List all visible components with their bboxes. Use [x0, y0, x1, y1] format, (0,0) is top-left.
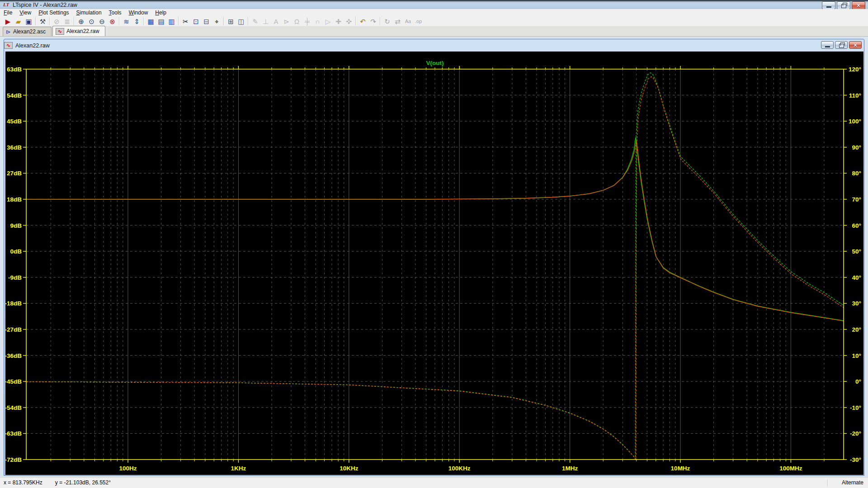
waveform-plot-panel[interactable]: 63dB120°54dB110°45dB100°36dB90°27dB80°18…: [5, 52, 863, 475]
y-left-tick-label: 36dB: [7, 144, 22, 151]
x-tick-label: 100Hz: [119, 465, 137, 472]
redo-icon: ↷: [368, 17, 378, 26]
window-top-edge: [0, 0, 868, 1]
x-tick-label: 10KHz: [340, 465, 359, 472]
ltspice-window: LT LTspice IV - Alexan22.raw × FileViewP…: [0, 0, 868, 488]
y-right-tick-label: -30°: [850, 456, 861, 463]
menu-window[interactable]: Window: [125, 9, 152, 16]
open-file-icon[interactable]: ▰: [13, 17, 24, 26]
waveform-window-title: Alexan22.raw: [15, 42, 50, 49]
tab-bar: ⊳Alexan22.asc∿Alexan22.raw: [0, 27, 868, 37]
waveform-window-controls: ×: [821, 41, 862, 49]
toolbar-separator: [35, 17, 36, 25]
zoom-out-icon[interactable]: ⊖: [97, 17, 107, 26]
rotate-icon: ↻: [382, 17, 392, 26]
toolbar-separator: [223, 17, 224, 25]
menu-file[interactable]: File: [0, 9, 16, 16]
run-simulation-icon[interactable]: ▶: [3, 17, 13, 26]
y-left-tick-label: -54dB: [5, 404, 22, 411]
copy-icon[interactable]: ⊡: [191, 17, 201, 26]
cascade-windows-icon[interactable]: ▦: [146, 17, 156, 26]
y-right-tick-label: 50°: [852, 248, 861, 255]
minimize-icon: [826, 6, 831, 8]
drag-icon: ✜: [344, 17, 354, 26]
cursor-x-readout: x = 813.795KHz: [4, 479, 42, 486]
y-right-tick-label: 110°: [849, 92, 861, 99]
y-right-tick-label: 40°: [852, 274, 861, 281]
minimize-button[interactable]: [821, 41, 834, 49]
y-left-tick-label: -9dB: [8, 274, 22, 281]
y-left-tick-label: 0dB: [10, 248, 22, 255]
y-right-tick-label: 20°: [852, 326, 861, 333]
waveform-window-titlebar[interactable]: ∿ Alexan22.raw ×: [4, 39, 864, 52]
tile-horizontally-icon[interactable]: ▤: [156, 17, 166, 26]
tab-label: Alexan22.raw: [66, 28, 99, 34]
waveform-window: ∿ Alexan22.raw × 63dB120°54dB110°45dB100…: [4, 39, 864, 476]
menu-view[interactable]: View: [16, 9, 35, 16]
component-icon: ⊳: [281, 17, 292, 26]
zoom-full-extents-icon[interactable]: ⊙: [86, 17, 97, 26]
x-tick-label: 100MHz: [779, 465, 802, 472]
y-left-tick-label: 45dB: [7, 118, 22, 125]
fft-icon: ≣: [62, 17, 72, 26]
menu-simulation[interactable]: Simulation: [73, 9, 105, 16]
y-right-tick-label: -20°: [850, 430, 861, 437]
tile-vertically-icon[interactable]: ▥: [166, 17, 177, 26]
y-right-tick-label: 10°: [852, 352, 861, 359]
control-panel-icon[interactable]: ⚒: [38, 17, 48, 26]
paste-icon[interactable]: ⊟: [201, 17, 212, 26]
toolbar-separator: [119, 17, 120, 25]
label-net-icon: A: [271, 17, 281, 26]
menu-help[interactable]: Help: [151, 9, 170, 16]
y-right-tick-label: 100°: [849, 118, 861, 125]
x-tick-label: 1KHz: [231, 465, 246, 472]
status-separator: [827, 479, 828, 487]
waveform-icon: ∿: [56, 28, 64, 35]
menu-bar: FileViewPlot SettingsSimulationToolsWind…: [0, 9, 868, 16]
save-file-icon[interactable]: ▣: [24, 17, 34, 26]
bode-plot[interactable]: 63dB120°54dB110°45dB100°36dB90°27dB80°18…: [5, 52, 863, 475]
y-left-tick-label: 9dB: [10, 222, 22, 229]
cursor-y-readout: y = -21.103dB, 26.552°: [55, 479, 111, 486]
zoom-fit-icon[interactable]: ⊗: [107, 17, 118, 26]
restore-button[interactable]: [835, 41, 848, 49]
ground-icon: ⊥: [260, 17, 271, 26]
zoom-in-icon[interactable]: ⊕: [76, 17, 86, 26]
y-left-tick-label: 18dB: [7, 196, 22, 203]
print-icon[interactable]: ⊞: [226, 17, 236, 26]
y-right-tick-label: 120°: [849, 66, 861, 73]
tab-alexan22.raw[interactable]: ∿Alexan22.raw: [52, 26, 105, 36]
menu-plot-settings[interactable]: Plot Settings: [35, 9, 72, 16]
text-icon: Aa: [403, 17, 413, 26]
y-right-tick-label: 90°: [852, 144, 861, 151]
autorange-y-axis-icon[interactable]: ⇕: [132, 17, 142, 26]
y-left-tick-label: 63dB: [7, 66, 22, 73]
undo-icon[interactable]: ↶: [358, 17, 368, 26]
plot-settings-icon[interactable]: ≋: [121, 17, 132, 26]
toolbar-separator: [248, 17, 249, 25]
toolbar: ▶▰▣⚒⊘≣⊕⊙⊖⊗≋⇕▦▤▥✂⊡⊟⌖⊞◫✎⊥A⊳Ω╪∩▷✚✜↶↷↻⇄Aa.op: [0, 16, 868, 27]
halt-simulation-icon: ⊘: [52, 17, 62, 26]
mirror-icon: ⇄: [392, 17, 403, 26]
cut-icon[interactable]: ✂: [180, 17, 191, 26]
minimize-button[interactable]: [822, 1, 835, 9]
close-button[interactable]: ×: [852, 1, 865, 9]
x-tick-label: 10MHz: [671, 465, 690, 472]
move-icon: ✚: [333, 17, 344, 26]
x-tick-label: 100KHz: [448, 465, 471, 472]
menu-tools[interactable]: Tools: [105, 9, 125, 16]
tab-alexan22.asc[interactable]: ⊳Alexan22.asc: [3, 27, 52, 36]
title-bar[interactable]: LT LTspice IV - Alexan22.raw ×: [0, 0, 868, 9]
y-right-tick-label: 70°: [852, 196, 861, 203]
close-button[interactable]: ×: [849, 41, 862, 49]
y-right-tick-label: 30°: [852, 300, 861, 307]
restore-button[interactable]: [837, 1, 850, 9]
trace-label[interactable]: V(out): [426, 60, 444, 66]
y-right-tick-label: 80°: [852, 170, 861, 177]
toolbar-separator: [380, 17, 381, 25]
close-icon: ×: [856, 3, 861, 8]
find-icon[interactable]: ⌖: [212, 17, 222, 26]
print-preview-icon[interactable]: ◫: [236, 17, 246, 26]
toolbar-separator: [49, 17, 50, 25]
diode-icon: ▷: [323, 17, 333, 26]
